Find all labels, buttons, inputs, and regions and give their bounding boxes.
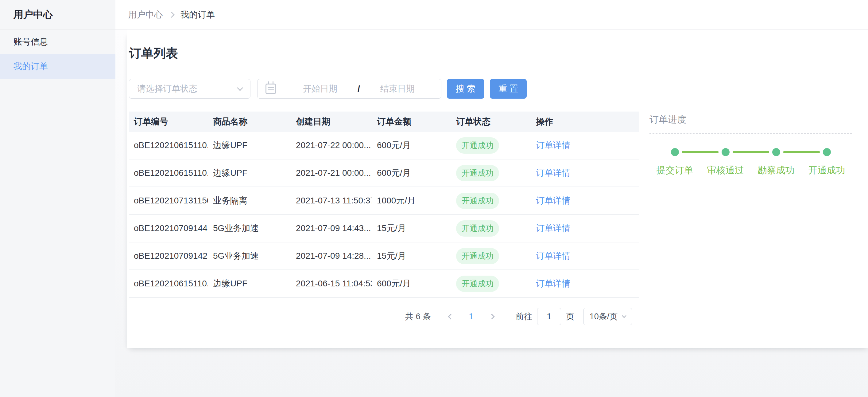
cell-amount: 1000元/月 <box>372 195 451 206</box>
order-detail-link[interactable]: 订单详情 <box>536 168 570 178</box>
column-header-2: 创建日期 <box>291 116 372 127</box>
goto-page-input[interactable] <box>537 308 561 325</box>
progress-step: 开通成功 <box>801 148 852 177</box>
goto-label: 前往 <box>516 311 532 322</box>
cell-status: 开通成功 <box>451 248 531 264</box>
column-header-5: 操作 <box>531 116 639 127</box>
order-detail-link[interactable]: 订单详情 <box>536 140 570 150</box>
step-dot-icon <box>823 148 831 156</box>
order-progress-title: 订单进度 <box>649 113 852 126</box>
status-badge: 开通成功 <box>456 193 499 209</box>
filter-bar: 请选择订单状态 开始日期 / 结束日期 搜 索 重 置 <box>129 79 868 98</box>
breadcrumb: 用户中心 我的订单 <box>115 0 868 29</box>
table-body: oBE120210615110... 边缘UPF 2021-07-22 00:0… <box>129 132 639 298</box>
sidebar-title: 用户中心 <box>0 0 115 29</box>
prev-page-button[interactable] <box>444 310 457 323</box>
status-badge: 开通成功 <box>456 220 499 236</box>
cell-amount: 600元/月 <box>372 140 451 151</box>
cell-product-name: 边缘UPF <box>208 167 291 179</box>
dashed-divider <box>649 133 852 134</box>
calendar-icon <box>266 84 276 94</box>
table-row: oBE120210709142... 5G业务加速 2021-07-09 14:… <box>129 243 639 270</box>
cell-order-no: oBE120210615110... <box>129 279 208 288</box>
table-row: oBE120210709144... 5G业务加速 2021-07-09 14:… <box>129 215 639 243</box>
main-area: 用户中心 我的订单 订单列表 请选择订单状态 开始日期 / 结束日期 <box>115 0 868 397</box>
date-range-separator: / <box>356 84 362 94</box>
order-detail-link[interactable]: 订单详情 <box>536 251 570 261</box>
status-badge: 开通成功 <box>456 137 499 153</box>
pagination-total: 共 6 条 <box>405 311 431 322</box>
table-header-row: 订单编号商品名称创建日期订单金额订单状态操作 <box>129 112 639 132</box>
progress-steps: 提交订单 审核通过 勘察成功 开通成功 <box>649 148 852 177</box>
cell-product-name: 边缘UPF <box>208 140 291 151</box>
order-detail-link[interactable]: 订单详情 <box>536 279 570 288</box>
date-range-picker[interactable]: 开始日期 / 结束日期 <box>257 79 441 98</box>
sidebar: 用户中心 账号信息 我的订单 <box>0 0 115 397</box>
page-title: 订单列表 <box>129 29 868 62</box>
cell-amount: 15元/月 <box>372 223 451 234</box>
chevron-down-icon <box>237 85 243 91</box>
reset-button[interactable]: 重 置 <box>490 79 527 98</box>
table-row: oBE120210615110... 边缘UPF 2021-07-22 00:0… <box>129 132 639 160</box>
order-status-select[interactable]: 请选择订单状态 <box>129 79 250 98</box>
cell-created-date: 2021-07-22 00:00... <box>291 140 372 150</box>
cell-created-date: 2021-07-09 14:43... <box>291 223 372 233</box>
column-header-1: 商品名称 <box>208 116 291 127</box>
cell-product-name: 5G业务加速 <box>208 223 291 234</box>
cell-order-no: oBE1202107131150... <box>129 196 208 205</box>
column-header-3: 订单金额 <box>372 116 451 127</box>
cell-status: 开通成功 <box>451 165 531 181</box>
chevron-right-icon <box>168 12 175 18</box>
next-page-button[interactable] <box>485 310 498 323</box>
column-header-0: 订单编号 <box>129 116 208 127</box>
cell-product-name: 业务隔离 <box>208 195 291 206</box>
status-badge: 开通成功 <box>456 165 499 181</box>
table-row: oBE120210615110... 边缘UPF 2021-07-21 00:0… <box>129 160 639 187</box>
progress-step: 提交订单 <box>649 148 700 177</box>
cell-amount: 600元/月 <box>372 167 451 179</box>
chevron-down-icon <box>622 313 627 318</box>
page-number-1[interactable]: 1 <box>457 312 485 321</box>
table-row: oBE120210615110... 边缘UPF 2021-06-15 11:0… <box>129 270 639 298</box>
search-button[interactable]: 搜 索 <box>447 79 484 98</box>
breadcrumb-current: 我的订单 <box>181 9 215 21</box>
goto-unit-label: 页 <box>566 311 574 322</box>
breadcrumb-root[interactable]: 用户中心 <box>128 9 163 21</box>
cell-action: 订单详情 <box>531 223 639 234</box>
order-detail-link[interactable]: 订单详情 <box>536 223 570 233</box>
progress-step: 审核通过 <box>700 148 751 177</box>
content-card: 订单列表 请选择订单状态 开始日期 / 结束日期 搜 索 重 置 <box>127 29 868 348</box>
cell-product-name: 边缘UPF <box>208 278 291 289</box>
cell-order-no: oBE120210709142... <box>129 251 208 261</box>
cell-action: 订单详情 <box>531 278 639 289</box>
order-detail-link[interactable]: 订单详情 <box>536 196 570 205</box>
cell-action: 订单详情 <box>531 140 639 151</box>
step-label: 审核通过 <box>707 164 744 177</box>
cell-created-date: 2021-06-15 11:04:53 <box>291 279 372 288</box>
sidebar-item-my-orders[interactable]: 我的订单 <box>0 54 115 79</box>
step-label: 提交订单 <box>656 164 693 177</box>
chevron-right-icon <box>489 314 494 319</box>
cell-created-date: 2021-07-13 11:50:37 <box>291 196 372 205</box>
chevron-left-icon <box>448 314 453 319</box>
sidebar-item-account-info[interactable]: 账号信息 <box>0 29 115 54</box>
start-date-input[interactable]: 开始日期 <box>284 83 356 95</box>
sidebar-nav: 账号信息 我的订单 <box>0 29 115 79</box>
table-row: oBE1202107131150... 业务隔离 2021-07-13 11:5… <box>129 187 639 215</box>
column-header-4: 订单状态 <box>451 116 531 127</box>
page-size-select[interactable]: 10条/页 <box>584 308 632 325</box>
step-dot-icon <box>722 148 730 156</box>
progress-step: 勘察成功 <box>751 148 801 177</box>
cell-created-date: 2021-07-21 00:00... <box>291 168 372 178</box>
step-label: 勘察成功 <box>758 164 795 177</box>
cell-amount: 600元/月 <box>372 278 451 289</box>
status-badge: 开通成功 <box>456 248 499 264</box>
cell-product-name: 5G业务加速 <box>208 250 291 262</box>
cell-amount: 15元/月 <box>372 250 451 262</box>
cell-created-date: 2021-07-09 14:28... <box>291 251 372 261</box>
end-date-input[interactable]: 结束日期 <box>362 83 433 95</box>
content-row: 订单编号商品名称创建日期订单金额订单状态操作 oBE120210615110..… <box>129 112 868 335</box>
cell-status: 开通成功 <box>451 193 531 209</box>
cell-order-no: oBE120210709144... <box>129 223 208 233</box>
order-progress-panel: 订单进度 提交订单 审核通过 勘察成功 开通成功 <box>649 112 868 335</box>
